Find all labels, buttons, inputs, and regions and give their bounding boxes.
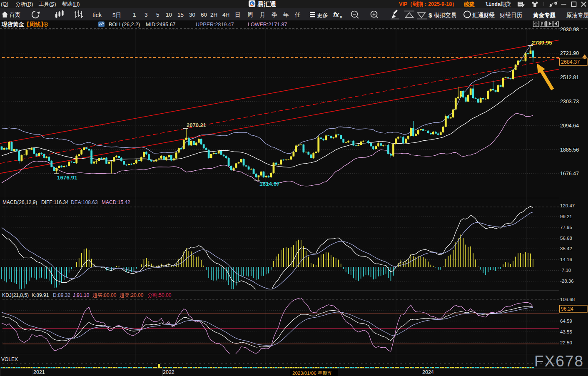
svg-text:更多: 更多	[317, 12, 328, 18]
svg-text:FX678: FX678	[534, 353, 584, 370]
svg-text:月: 月	[260, 12, 266, 18]
svg-text:年: 年	[283, 12, 289, 18]
svg-text:KDJ(21,8,5): KDJ(21,8,5)	[2, 292, 29, 298]
svg-text:DEA:108.63: DEA:108.63	[71, 199, 98, 205]
svg-text:现货黄金: 现货黄金	[1, 21, 25, 27]
svg-text:原油专题: 原油专题	[566, 12, 588, 18]
svg-text:2H: 2H	[210, 12, 217, 18]
svg-text:期货: 期货	[501, 1, 511, 7]
svg-text:2930.98: 2930.98	[560, 27, 579, 32]
svg-text:工具(S): 工具(S)	[39, 1, 56, 7]
svg-text:15: 15	[177, 12, 184, 18]
svg-text:5: 5	[156, 12, 159, 18]
svg-text:30: 30	[189, 12, 195, 18]
svg-text:2684.37: 2684.37	[561, 59, 580, 65]
svg-text:22.50: 22.50	[560, 340, 572, 345]
svg-text:MACD(26,12,9): MACD(26,12,9)	[2, 199, 37, 205]
svg-text:VOLEX: VOLEX	[1, 356, 18, 362]
svg-text:56.68: 56.68	[560, 236, 572, 241]
svg-text:2721.90: 2721.90	[560, 50, 579, 56]
svg-text:-7.10: -7.10	[560, 268, 571, 273]
svg-text:120.47: 120.47	[560, 203, 575, 208]
svg-text:99.21: 99.21	[560, 214, 572, 219]
svg-text:4H: 4H	[222, 12, 229, 18]
svg-text:2303.73: 2303.73	[560, 99, 579, 105]
svg-text:$: $	[429, 12, 432, 19]
svg-text:1676.47: 1676.47	[560, 171, 579, 177]
svg-text:2070.21: 2070.21	[187, 122, 206, 128]
svg-text:64.59: 64.59	[560, 319, 572, 324]
svg-text:首页: 首页	[9, 12, 20, 18]
svg-text:2512.81: 2512.81	[560, 75, 579, 80]
svg-text:MACD:15.42: MACD:15.42	[102, 199, 130, 205]
svg-text:LOWER:2171.87: LOWER:2171.87	[248, 22, 287, 27]
svg-text:1885.56: 1885.56	[560, 147, 579, 153]
svg-text:2023/01/06 星期五: 2023/01/06 星期五	[292, 371, 332, 376]
svg-text:1676.91: 1676.91	[57, 174, 77, 181]
svg-text:周: 周	[247, 12, 253, 18]
svg-text:日: 日	[235, 12, 241, 18]
svg-text:BOLL(26,2.2): BOLL(26,2.2)	[109, 22, 140, 27]
svg-text:1: 1	[133, 12, 136, 18]
svg-text:106.68: 106.68	[560, 297, 575, 302]
svg-text:易汇通: 易汇通	[257, 0, 277, 7]
svg-text:2024: 2024	[422, 369, 434, 375]
svg-text:2022: 2022	[163, 369, 174, 375]
svg-text:3: 3	[145, 12, 148, 18]
svg-text:汇通财经: 汇通财经	[472, 12, 495, 18]
svg-text:-28.36: -28.36	[560, 279, 574, 284]
svg-text:10: 10	[166, 12, 172, 18]
svg-text:60: 60	[201, 12, 207, 18]
svg-text:财经日历: 财经日历	[500, 12, 523, 18]
svg-text:1614.67: 1614.67	[259, 181, 280, 187]
svg-text:(Q): (Q)	[1, 1, 8, 7]
svg-text:14.16: 14.16	[560, 257, 572, 262]
svg-text:VIP（到期：2025-9-18）: VIP（到期：2025-9-18）	[399, 1, 457, 7]
svg-text:UPPER:2819.47: UPPER:2819.47	[196, 22, 234, 27]
svg-text:2021: 2021	[33, 369, 45, 375]
svg-text:35.42: 35.42	[560, 246, 572, 251]
svg-text:帮助(H): 帮助(H)	[62, 1, 80, 7]
svg-text:模拟交易: 模拟交易	[434, 12, 456, 18]
svg-text:2789.95: 2789.95	[532, 40, 552, 46]
svg-text:DIFF:116.34: DIFF:116.34	[41, 199, 69, 205]
svg-text:【周线】: 【周线】	[24, 21, 46, 27]
svg-text:2094.64: 2094.64	[560, 123, 579, 129]
svg-text:任: 任	[294, 12, 301, 18]
svg-text:分割:50.00: 分割:50.00	[147, 292, 172, 298]
svg-text:超卖:20.00: 超卖:20.00	[120, 292, 144, 298]
svg-text:5日: 5日	[112, 12, 121, 18]
svg-text:黄金专题: 黄金专题	[533, 12, 556, 18]
svg-text:MID:2495.67: MID:2495.67	[146, 22, 176, 27]
svg-text:fx: fx	[333, 11, 339, 18]
svg-text:tick: tick	[92, 11, 102, 18]
svg-text:x: x	[340, 15, 342, 19]
svg-text:D:89.32: D:89.32	[53, 292, 70, 298]
svg-text:分析(R): 分析(R)	[15, 1, 33, 7]
svg-text:J:91.10: J:91.10	[73, 292, 90, 298]
svg-text:43.55: 43.55	[560, 329, 572, 334]
svg-text:续费: 续费	[463, 1, 475, 7]
svg-text:96.24: 96.24	[561, 306, 573, 312]
svg-text:K:89.91: K:89.91	[32, 292, 49, 298]
svg-text:77.95: 77.95	[560, 225, 572, 230]
svg-text:季: 季	[272, 12, 277, 18]
svg-text:linda: linda	[485, 2, 501, 7]
svg-text:超买:80.00: 超买:80.00	[92, 292, 117, 298]
